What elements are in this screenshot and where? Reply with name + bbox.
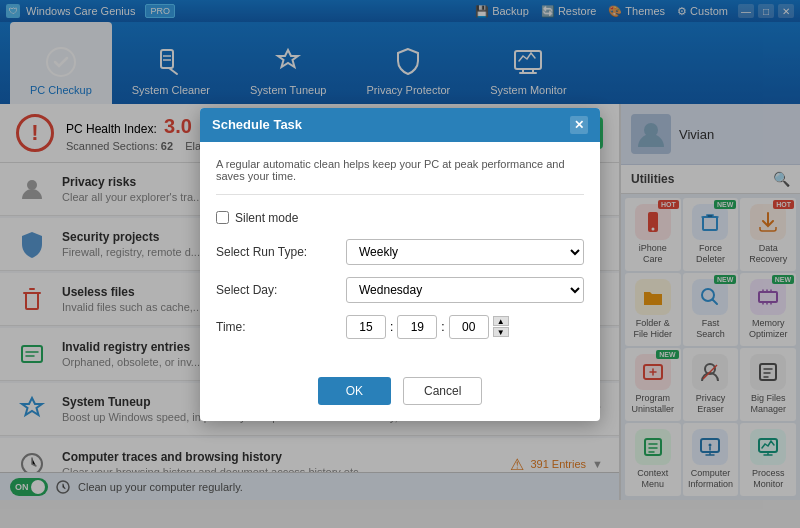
time-minute-input[interactable] <box>397 315 437 339</box>
silent-mode-checkbox[interactable] <box>216 211 229 224</box>
dialog-close-button[interactable]: ✕ <box>570 116 588 134</box>
time-spinner: ▲ ▼ <box>493 316 509 337</box>
dialog-footer: OK Cancel <box>200 367 600 421</box>
time-hour-input[interactable] <box>346 315 386 339</box>
cancel-button[interactable]: Cancel <box>403 377 482 405</box>
time-separator-1: : <box>390 320 393 334</box>
dialog-title-bar: Schedule Task ✕ <box>200 108 600 142</box>
time-label: Time: <box>216 320 336 334</box>
time-second-input[interactable] <box>449 315 489 339</box>
dialog-title: Schedule Task <box>212 117 302 132</box>
time-inputs: : : ▲ ▼ <box>346 315 584 339</box>
silent-mode-row: Silent mode <box>216 211 584 225</box>
schedule-task-dialog: Schedule Task ✕ A regular automatic clea… <box>200 108 600 421</box>
time-row: Time: : : ▲ ▼ <box>216 315 584 339</box>
time-separator-2: : <box>441 320 444 334</box>
dialog-body: A regular automatic clean helps keep you… <box>200 142 600 367</box>
day-select[interactable]: Monday Tuesday Wednesday Thursday Friday… <box>346 277 584 303</box>
day-label: Select Day: <box>216 283 336 297</box>
run-type-select[interactable]: Daily Weekly Monthly <box>346 239 584 265</box>
dialog-description: A regular automatic clean helps keep you… <box>216 158 584 195</box>
day-row: Select Day: Monday Tuesday Wednesday Thu… <box>216 277 584 303</box>
dialog-overlay: Schedule Task ✕ A regular automatic clea… <box>0 0 800 528</box>
ok-button[interactable]: OK <box>318 377 391 405</box>
run-type-label: Select Run Type: <box>216 245 336 259</box>
time-spin-down[interactable]: ▼ <box>493 327 509 337</box>
run-type-row: Select Run Type: Daily Weekly Monthly <box>216 239 584 265</box>
silent-mode-label: Silent mode <box>235 211 298 225</box>
time-spin-up[interactable]: ▲ <box>493 316 509 326</box>
